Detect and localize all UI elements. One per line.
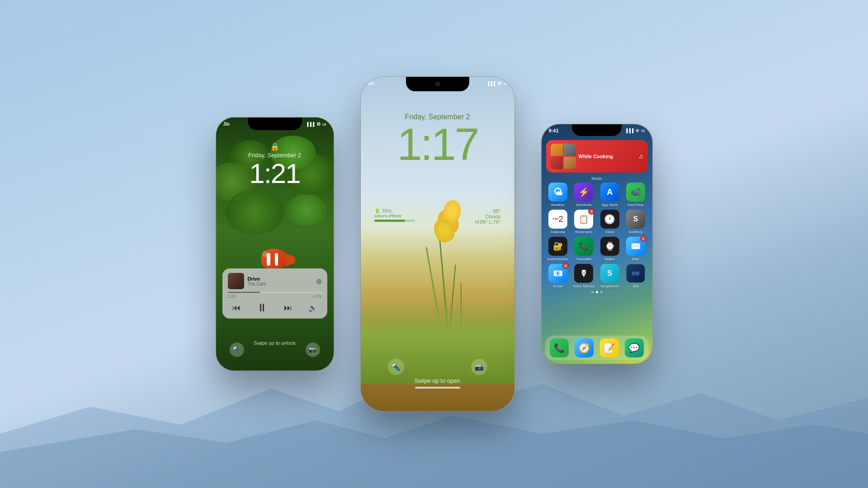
app-clock[interactable]: 🕐 Clock: [598, 210, 622, 234]
center-status-icons: ▐▐▐ ⊘ ▭: [486, 80, 507, 86]
right-status-icons: ▐▐▐ ⊘ ▭: [625, 128, 645, 133]
app-facetime[interactable]: 📹 FaceTime: [623, 183, 647, 207]
music-progress-bar: [228, 292, 322, 293]
phones-container: Jio ▐▐▐ ⊘ ▭ 🔒 Friday, September 2 1:21: [216, 77, 652, 411]
app-watch[interactable]: ⌚ Watch: [598, 237, 622, 261]
center-camera-button[interactable]: 📷: [471, 359, 487, 375]
music-thumb: [228, 273, 244, 289]
weather-range: H:89° L:78°: [475, 219, 501, 225]
battery-icon-widget: 🔋: [374, 208, 381, 214]
now-playing-banner[interactable]: While Cooking ♫: [546, 140, 648, 173]
album-cell-4: [564, 157, 576, 169]
dock-safari-icon: 🧭: [575, 338, 594, 357]
appstore-icon: A: [600, 183, 619, 202]
dock-notes[interactable]: 📝: [598, 338, 621, 357]
calendar-icon: FRI 2: [548, 210, 567, 229]
dock-whatsapp[interactable]: 💬: [623, 338, 646, 357]
lily-pad-5: [225, 190, 284, 235]
center-notch: [406, 77, 469, 91]
authenticator-label: Authenticator: [547, 257, 569, 261]
left-status-icons: ▐▐▐ ⊘ ▭: [306, 121, 326, 127]
music-info: Drive The Cars: [248, 276, 312, 286]
prev-button[interactable]: ⏮: [232, 303, 241, 313]
center-signal-icon: ▐▐▐: [486, 81, 495, 86]
appstore-label: App Store: [602, 203, 618, 207]
dock-phone-icon: 📞: [550, 338, 569, 357]
music-artist: The Cars: [248, 282, 312, 286]
volume-icon[interactable]: 🔊: [308, 304, 317, 312]
center-wifi-icon: ⊘: [497, 80, 501, 86]
left-date: Friday, September 2: [216, 152, 334, 159]
dot-2: [596, 291, 598, 293]
right-battery-icon: ▭: [641, 128, 645, 133]
app-swiftkey[interactable]: S SwiftKey: [623, 210, 647, 234]
app-shortcuts[interactable]: ⚡ Shortcuts: [572, 183, 596, 207]
center-lock-content: Friday, September 2 1:17: [361, 113, 514, 166]
app-authenticator[interactable]: 🔐 Authenticator: [546, 237, 570, 261]
music-note-icon: ♫: [638, 153, 643, 160]
truecaller-label: Truecaller: [576, 257, 592, 261]
play-pause-button[interactable]: ⏸: [257, 301, 268, 314]
signal-icon: ▐▐▐: [306, 122, 314, 127]
voicememos-icon: 🎙: [574, 264, 593, 283]
app-truecaller[interactable]: 📞 Truecaller: [572, 237, 596, 261]
app-weather[interactable]: 🌤 Weather: [546, 183, 570, 207]
clock-label: Clock: [605, 230, 614, 234]
clownfish: [261, 249, 288, 269]
email-badge: 8: [562, 263, 569, 269]
reminders-label: Reminders: [575, 230, 593, 234]
center-screen: Jio ▐▐▐ ⊘ ▭ Friday, September 2 1:17 🔋 7…: [361, 77, 514, 411]
airplay-icon[interactable]: ⊕: [316, 277, 322, 286]
dock: 📞 🧭 📝 💬: [545, 336, 649, 360]
dot-1: [591, 291, 594, 293]
left-notch: [248, 117, 302, 130]
app-simplenote[interactable]: S Simplenote: [598, 264, 622, 288]
phone-left: Jio ▐▐▐ ⊘ ▭ 🔒 Friday, September 2 1:21: [216, 117, 334, 371]
app-appstore[interactable]: A App Store: [598, 183, 622, 207]
weather-icon: 🌤: [548, 183, 567, 202]
music-player[interactable]: Drive The Cars ⊕ 1:23 -2:31 ⏮ ⏸ ⏭ 🔊: [222, 268, 327, 319]
app-reminders[interactable]: 📋 5 Reminders: [572, 210, 596, 234]
mail-badge: 1: [640, 235, 646, 242]
app-calendar[interactable]: FRI 2 Calendar: [546, 210, 570, 234]
center-swipe: Swipe up to open: [361, 377, 514, 389]
music-times: 1:23 -2:31: [228, 294, 322, 299]
left-screen: Jio ▐▐▐ ⊘ ▭ 🔒 Friday, September 2 1:21: [216, 117, 334, 371]
weather-temp: 88°: [493, 208, 501, 214]
shortcuts-icon: ⚡: [574, 183, 593, 202]
app-row-2: FRI 2 Calendar 📋 5 Reminders: [546, 210, 648, 234]
app-idb[interactable]: iDB iDB: [623, 264, 647, 288]
center-camera: [435, 82, 440, 86]
battery-bar: [374, 220, 415, 222]
phone-right: 9:41 ▐▐▐ ⊘ ▭: [542, 124, 652, 364]
lily-pad-6: [286, 194, 327, 226]
clock-icon: 🕐: [600, 210, 619, 229]
dock-notes-icon: 📝: [600, 338, 619, 357]
weather-widget: ☁️ 88° Cloudy H:89° L:78°: [475, 208, 501, 225]
calendar-label: Calendar: [551, 230, 565, 234]
truecaller-icon: 📞: [574, 237, 593, 256]
dock-phone[interactable]: 📞: [548, 338, 571, 357]
app-mail[interactable]: ✉️ 1 Mail: [623, 237, 647, 261]
app-voicememos[interactable]: 🎙 Voice Memos: [572, 264, 596, 288]
weather-low: L:78°: [489, 219, 501, 225]
album-cell-3: [551, 157, 563, 169]
album-cell-1: [551, 144, 563, 156]
right-screen: 9:41 ▐▐▐ ⊘ ▭: [542, 124, 652, 364]
dock-safari[interactable]: 🧭: [573, 338, 596, 357]
weather-high: H:89°: [475, 219, 488, 225]
app-row-1: 🌤 Weather ⚡ Shortcuts A Ap: [546, 183, 648, 207]
right-notch: [572, 124, 622, 136]
idb-label: iDB: [632, 284, 638, 288]
reminders-icon: 📋 5: [574, 210, 593, 229]
center-widgets: 🔋 76% Ankur's iPhone ☁️ 88° Cloudy: [374, 208, 501, 225]
center-flashlight-button[interactable]: 🔦: [388, 359, 404, 375]
music-title: Drive: [248, 276, 312, 282]
app-email[interactable]: 📧 8 Email: [546, 264, 570, 288]
swiftkey-label: SwiftKey: [628, 230, 642, 234]
idb-icon: iDB: [626, 264, 645, 283]
banner-title: While Cooking: [579, 154, 636, 159]
next-button[interactable]: ⏭: [284, 303, 292, 313]
mail-icon: ✉️ 1: [626, 237, 645, 256]
cloud-icon: ☁️: [486, 208, 492, 214]
